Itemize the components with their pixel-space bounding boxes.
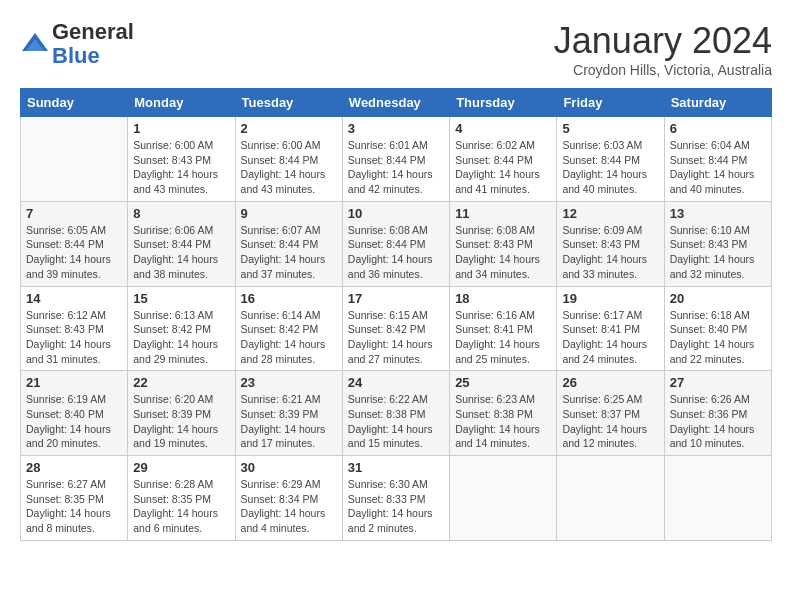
calendar-cell: 3Sunrise: 6:01 AM Sunset: 8:44 PM Daylig… [342,117,449,202]
day-info: Sunrise: 6:03 AM Sunset: 8:44 PM Dayligh… [562,138,658,197]
calendar-cell: 10Sunrise: 6:08 AM Sunset: 8:44 PM Dayli… [342,201,449,286]
weekday-header-friday: Friday [557,89,664,117]
calendar-cell: 28Sunrise: 6:27 AM Sunset: 8:35 PM Dayli… [21,456,128,541]
day-info: Sunrise: 6:07 AM Sunset: 8:44 PM Dayligh… [241,223,337,282]
day-number: 17 [348,291,444,306]
day-info: Sunrise: 6:30 AM Sunset: 8:33 PM Dayligh… [348,477,444,536]
calendar-week-1: 7Sunrise: 6:05 AM Sunset: 8:44 PM Daylig… [21,201,772,286]
day-number: 11 [455,206,551,221]
day-info: Sunrise: 6:04 AM Sunset: 8:44 PM Dayligh… [670,138,766,197]
day-number: 13 [670,206,766,221]
day-number: 21 [26,375,122,390]
calendar-header-row: SundayMondayTuesdayWednesdayThursdayFrid… [21,89,772,117]
calendar-cell: 15Sunrise: 6:13 AM Sunset: 8:42 PM Dayli… [128,286,235,371]
calendar-cell: 8Sunrise: 6:06 AM Sunset: 8:44 PM Daylig… [128,201,235,286]
day-info: Sunrise: 6:14 AM Sunset: 8:42 PM Dayligh… [241,308,337,367]
day-info: Sunrise: 6:08 AM Sunset: 8:43 PM Dayligh… [455,223,551,282]
calendar-week-0: 1Sunrise: 6:00 AM Sunset: 8:43 PM Daylig… [21,117,772,202]
day-info: Sunrise: 6:15 AM Sunset: 8:42 PM Dayligh… [348,308,444,367]
day-number: 5 [562,121,658,136]
day-info: Sunrise: 6:12 AM Sunset: 8:43 PM Dayligh… [26,308,122,367]
calendar-cell: 14Sunrise: 6:12 AM Sunset: 8:43 PM Dayli… [21,286,128,371]
calendar-cell: 19Sunrise: 6:17 AM Sunset: 8:41 PM Dayli… [557,286,664,371]
calendar-cell: 26Sunrise: 6:25 AM Sunset: 8:37 PM Dayli… [557,371,664,456]
logo-blue-text: Blue [52,43,100,68]
day-number: 30 [241,460,337,475]
day-info: Sunrise: 6:13 AM Sunset: 8:42 PM Dayligh… [133,308,229,367]
weekday-header-sunday: Sunday [21,89,128,117]
day-number: 3 [348,121,444,136]
calendar-cell: 21Sunrise: 6:19 AM Sunset: 8:40 PM Dayli… [21,371,128,456]
calendar-cell: 23Sunrise: 6:21 AM Sunset: 8:39 PM Dayli… [235,371,342,456]
calendar-cell: 18Sunrise: 6:16 AM Sunset: 8:41 PM Dayli… [450,286,557,371]
day-info: Sunrise: 6:20 AM Sunset: 8:39 PM Dayligh… [133,392,229,451]
day-info: Sunrise: 6:00 AM Sunset: 8:43 PM Dayligh… [133,138,229,197]
calendar-cell: 16Sunrise: 6:14 AM Sunset: 8:42 PM Dayli… [235,286,342,371]
day-number: 28 [26,460,122,475]
calendar-cell: 20Sunrise: 6:18 AM Sunset: 8:40 PM Dayli… [664,286,771,371]
day-info: Sunrise: 6:27 AM Sunset: 8:35 PM Dayligh… [26,477,122,536]
day-number: 24 [348,375,444,390]
day-info: Sunrise: 6:05 AM Sunset: 8:44 PM Dayligh… [26,223,122,282]
day-info: Sunrise: 6:28 AM Sunset: 8:35 PM Dayligh… [133,477,229,536]
calendar-cell: 27Sunrise: 6:26 AM Sunset: 8:36 PM Dayli… [664,371,771,456]
calendar-cell: 5Sunrise: 6:03 AM Sunset: 8:44 PM Daylig… [557,117,664,202]
day-number: 2 [241,121,337,136]
calendar-week-3: 21Sunrise: 6:19 AM Sunset: 8:40 PM Dayli… [21,371,772,456]
day-number: 22 [133,375,229,390]
weekday-header-saturday: Saturday [664,89,771,117]
day-number: 29 [133,460,229,475]
day-info: Sunrise: 6:16 AM Sunset: 8:41 PM Dayligh… [455,308,551,367]
day-info: Sunrise: 6:09 AM Sunset: 8:43 PM Dayligh… [562,223,658,282]
day-info: Sunrise: 6:18 AM Sunset: 8:40 PM Dayligh… [670,308,766,367]
day-number: 26 [562,375,658,390]
weekday-header-monday: Monday [128,89,235,117]
weekday-header-tuesday: Tuesday [235,89,342,117]
logo-icon [20,29,50,59]
day-number: 12 [562,206,658,221]
day-info: Sunrise: 6:23 AM Sunset: 8:38 PM Dayligh… [455,392,551,451]
day-info: Sunrise: 6:21 AM Sunset: 8:39 PM Dayligh… [241,392,337,451]
page: General Blue January 2024 Croydon Hills,… [0,0,792,551]
day-number: 4 [455,121,551,136]
day-info: Sunrise: 6:26 AM Sunset: 8:36 PM Dayligh… [670,392,766,451]
month-title: January 2024 [554,20,772,62]
day-info: Sunrise: 6:22 AM Sunset: 8:38 PM Dayligh… [348,392,444,451]
calendar-cell [450,456,557,541]
header: General Blue January 2024 Croydon Hills,… [20,20,772,78]
calendar-cell: 25Sunrise: 6:23 AM Sunset: 8:38 PM Dayli… [450,371,557,456]
calendar-cell: 22Sunrise: 6:20 AM Sunset: 8:39 PM Dayli… [128,371,235,456]
day-number: 14 [26,291,122,306]
calendar-cell: 11Sunrise: 6:08 AM Sunset: 8:43 PM Dayli… [450,201,557,286]
day-number: 9 [241,206,337,221]
calendar-table: SundayMondayTuesdayWednesdayThursdayFrid… [20,88,772,541]
calendar-cell: 31Sunrise: 6:30 AM Sunset: 8:33 PM Dayli… [342,456,449,541]
calendar-week-2: 14Sunrise: 6:12 AM Sunset: 8:43 PM Dayli… [21,286,772,371]
calendar-cell: 9Sunrise: 6:07 AM Sunset: 8:44 PM Daylig… [235,201,342,286]
day-info: Sunrise: 6:02 AM Sunset: 8:44 PM Dayligh… [455,138,551,197]
day-info: Sunrise: 6:17 AM Sunset: 8:41 PM Dayligh… [562,308,658,367]
day-info: Sunrise: 6:01 AM Sunset: 8:44 PM Dayligh… [348,138,444,197]
location-subtitle: Croydon Hills, Victoria, Australia [554,62,772,78]
logo: General Blue [20,20,134,68]
day-number: 6 [670,121,766,136]
calendar-cell: 12Sunrise: 6:09 AM Sunset: 8:43 PM Dayli… [557,201,664,286]
calendar-cell: 24Sunrise: 6:22 AM Sunset: 8:38 PM Dayli… [342,371,449,456]
day-info: Sunrise: 6:10 AM Sunset: 8:43 PM Dayligh… [670,223,766,282]
weekday-header-wednesday: Wednesday [342,89,449,117]
calendar-cell: 13Sunrise: 6:10 AM Sunset: 8:43 PM Dayli… [664,201,771,286]
calendar-cell: 7Sunrise: 6:05 AM Sunset: 8:44 PM Daylig… [21,201,128,286]
day-number: 7 [26,206,122,221]
logo-general-text: General [52,19,134,44]
calendar-cell: 2Sunrise: 6:00 AM Sunset: 8:44 PM Daylig… [235,117,342,202]
day-number: 1 [133,121,229,136]
day-info: Sunrise: 6:08 AM Sunset: 8:44 PM Dayligh… [348,223,444,282]
calendar-cell: 17Sunrise: 6:15 AM Sunset: 8:42 PM Dayli… [342,286,449,371]
day-info: Sunrise: 6:19 AM Sunset: 8:40 PM Dayligh… [26,392,122,451]
day-number: 8 [133,206,229,221]
day-info: Sunrise: 6:29 AM Sunset: 8:34 PM Dayligh… [241,477,337,536]
day-number: 27 [670,375,766,390]
title-block: January 2024 Croydon Hills, Victoria, Au… [554,20,772,78]
calendar-cell: 1Sunrise: 6:00 AM Sunset: 8:43 PM Daylig… [128,117,235,202]
day-info: Sunrise: 6:06 AM Sunset: 8:44 PM Dayligh… [133,223,229,282]
